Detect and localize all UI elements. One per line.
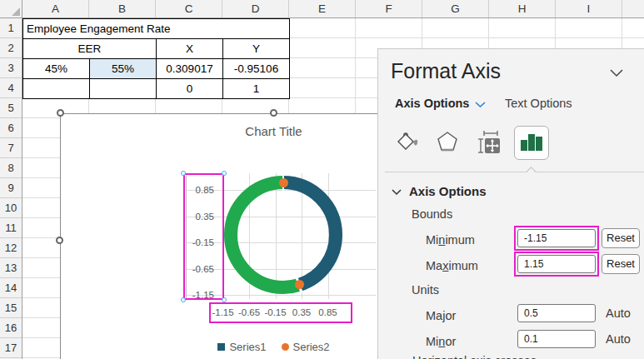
column-header-i[interactable]: I: [556, 0, 622, 17]
minor-auto-label: Auto: [606, 332, 631, 346]
minor-input[interactable]: [517, 330, 596, 348]
row-headers: 1234567891011121314151617: [0, 18, 22, 359]
cell-c4[interactable]: 0: [157, 79, 223, 98]
cell-c2[interactable]: X: [157, 39, 223, 59]
cell-a1[interactable]: Employee Engagement Rate: [23, 19, 289, 39]
units-label: Units: [412, 283, 439, 297]
clipped-next-section-label: Horizontal axis crosses: [412, 354, 537, 359]
maximum-input[interactable]: [517, 255, 596, 273]
row-header-5[interactable]: 5: [0, 98, 22, 118]
legend-item-series2[interactable]: Series2: [282, 341, 330, 353]
cell-d3[interactable]: -0.95106: [223, 59, 289, 79]
row-header-2[interactable]: 2: [0, 38, 22, 58]
annotation-handle[interactable]: [222, 171, 227, 176]
maximum-reset-button[interactable]: Reset: [602, 254, 640, 274]
chart-resize-handle[interactable]: [270, 109, 277, 117]
annotation-handle[interactable]: [181, 297, 186, 302]
row-header-6[interactable]: 6: [0, 118, 22, 138]
chart-resize-handle[interactable]: [57, 109, 64, 117]
cell-d2[interactable]: Y: [223, 39, 289, 59]
tab-axis-options[interactable]: Axis Options: [395, 97, 469, 110]
select-all-button[interactable]: [0, 0, 22, 18]
fill-line-icon[interactable]: [393, 129, 422, 157]
scatter-point-marker[interactable]: [279, 178, 288, 187]
bounds-label: Bounds: [412, 207, 452, 221]
column-header-d[interactable]: D: [222, 0, 289, 17]
row-header-12[interactable]: 12: [0, 238, 22, 258]
selected-tab-caret: [526, 167, 537, 177]
column-headers: ABCDEFGHI: [22, 0, 644, 18]
maximum-label: Maximum: [426, 259, 478, 272]
circle-marker-icon: [282, 343, 289, 351]
cell-a2-b2-merged[interactable]: EER: [23, 39, 157, 59]
minimum-label: Minimum: [426, 233, 475, 247]
legend-label: Series2: [293, 341, 330, 353]
row-header-17[interactable]: 17: [0, 338, 22, 358]
row-header-13[interactable]: 13: [0, 258, 22, 278]
row-header-10[interactable]: 10: [0, 198, 22, 218]
minor-label: Minor: [426, 335, 456, 348]
column-header-g[interactable]: G: [422, 0, 489, 17]
chart-resize-handle[interactable]: [56, 237, 63, 244]
legend-label: Series1: [229, 341, 266, 353]
square-marker-icon: [217, 343, 225, 351]
section-axis-options[interactable]: Axis Options: [409, 184, 487, 198]
column-header-f[interactable]: F: [356, 0, 422, 17]
row-header-3[interactable]: 3: [0, 58, 22, 78]
x-axis-highlight-box: [209, 302, 352, 323]
doughnut-ring[interactable]: [224, 176, 342, 294]
bar-chart-icon: [515, 127, 548, 159]
column-header-h[interactable]: H: [489, 0, 556, 17]
axis-options-icon-selected[interactable]: [514, 126, 549, 160]
cell-b3-highlighted[interactable]: 55%: [90, 59, 157, 79]
section-collapse-chevron-icon[interactable]: [392, 189, 402, 196]
row-header-1[interactable]: 1: [0, 18, 22, 38]
row-header-15[interactable]: 15: [0, 298, 22, 318]
legend-item-series1[interactable]: Series1: [217, 341, 266, 353]
column-header-partial[interactable]: [622, 0, 644, 17]
row-header-8[interactable]: 8: [0, 158, 22, 178]
size-properties-icon[interactable]: [477, 129, 505, 157]
tab-text-options[interactable]: Text Options: [505, 97, 572, 110]
row-header-7[interactable]: 7: [0, 138, 22, 158]
minimum-reset-button[interactable]: Reset: [602, 228, 640, 248]
row-header-11[interactable]: 11: [0, 218, 22, 238]
excel-window: ABCDEFGHI 1234567891011121314151617 Empl…: [0, 0, 644, 359]
panel-title: Format Axis: [391, 59, 501, 83]
cell-c3[interactable]: 0.309017: [157, 59, 223, 79]
row-header-4[interactable]: 4: [0, 78, 22, 98]
y-axis-highlight-box: [183, 173, 224, 300]
row-header-16[interactable]: 16: [0, 318, 22, 338]
column-header-e[interactable]: E: [289, 0, 356, 17]
axis-options-dropdown-chevron-icon[interactable]: [475, 102, 486, 108]
cell-d4[interactable]: 1: [223, 79, 289, 98]
row-header-9[interactable]: 9: [0, 178, 22, 198]
panel-collapse-chevron-icon[interactable]: [610, 69, 623, 77]
minimum-input[interactable]: [517, 229, 596, 247]
cell-b4[interactable]: [90, 79, 157, 98]
annotation-handle[interactable]: [222, 297, 227, 302]
cell-a4[interactable]: [23, 79, 90, 98]
major-auto-label: Auto: [606, 307, 631, 320]
select-all-triangle-icon: [12, 7, 20, 16]
column-header-b[interactable]: B: [89, 0, 156, 17]
column-header-a[interactable]: A: [22, 0, 89, 17]
effects-icon[interactable]: [435, 129, 463, 157]
major-input[interactable]: [517, 304, 596, 322]
row-header-14[interactable]: 14: [0, 278, 22, 298]
column-header-c[interactable]: C: [156, 0, 222, 17]
cell-a3[interactable]: 45%: [23, 59, 90, 79]
annotation-handle[interactable]: [181, 171, 186, 176]
panel-divider: [385, 172, 644, 172]
format-axis-panel: Format Axis Axis Options Text Options: [377, 48, 644, 359]
major-label: Major: [426, 309, 456, 322]
